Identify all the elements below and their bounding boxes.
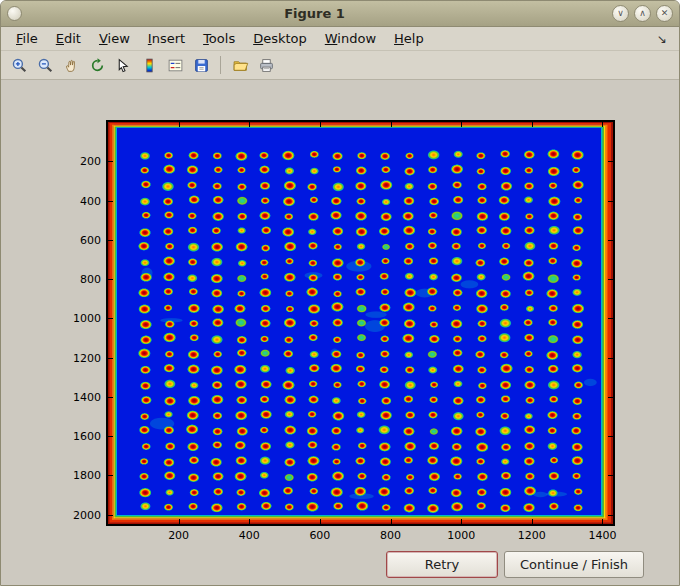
pan-button[interactable] — [59, 54, 83, 77]
maximize-button[interactable]: ∧ — [634, 5, 651, 22]
menu-help[interactable]: Help — [385, 28, 433, 49]
dock-figure-icon[interactable]: ↘ — [651, 32, 673, 46]
menu-view[interactable]: View — [90, 28, 139, 49]
zoom-out-button[interactable] — [33, 54, 57, 77]
data-cursor-icon — [115, 57, 132, 74]
y-tick-label: 400 — [80, 195, 101, 208]
open-icon — [232, 57, 249, 74]
close-button[interactable]: ✕ — [656, 5, 673, 22]
menu-edit[interactable]: Edit — [47, 28, 90, 49]
toolbar-separator — [220, 56, 221, 74]
figure-window: Figure 1 ∨∧✕ FileEditViewInsertToolsDesk… — [0, 0, 680, 586]
colorbar-icon — [141, 57, 158, 74]
window-menu-button[interactable] — [7, 6, 22, 21]
zoom-in-icon — [11, 57, 28, 74]
y-tick-label: 1200 — [73, 352, 101, 365]
menubar: FileEditViewInsertToolsDesktopWindowHelp… — [1, 27, 679, 51]
menu-window[interactable]: Window — [316, 28, 385, 49]
menu-file[interactable]: File — [7, 28, 47, 49]
menu-tools[interactable]: Tools — [194, 28, 244, 49]
menubar-items: FileEditViewInsertToolsDesktopWindowHelp — [7, 28, 433, 49]
menu-insert[interactable]: Insert — [139, 28, 194, 49]
x-tick-label: 600 — [300, 529, 340, 542]
rotate-3d-button[interactable] — [85, 54, 109, 77]
x-tick-label: 200 — [159, 529, 199, 542]
continue-finish-button[interactable]: Continue / Finish — [504, 551, 644, 578]
x-tick-label: 1200 — [512, 529, 552, 542]
y-tick-label: 600 — [80, 234, 101, 247]
open-button[interactable] — [228, 54, 252, 77]
insert-legend-icon — [167, 57, 184, 74]
y-tick-label: 800 — [80, 273, 101, 286]
menu-desktop[interactable]: Desktop — [244, 28, 316, 49]
y-tick-label: 1800 — [73, 469, 101, 482]
x-tick-label: 400 — [229, 529, 269, 542]
x-tick-label: 1000 — [441, 529, 481, 542]
window-title: Figure 1 — [22, 6, 607, 21]
titlebar-controls: ∨∧✕ — [607, 5, 673, 22]
axes — [106, 120, 615, 526]
y-axis-tick-labels: 200400600800100012001400160018002000 — [61, 122, 101, 524]
save-button[interactable] — [189, 54, 213, 77]
minimize-button[interactable]: ∨ — [612, 5, 629, 22]
insert-legend-button[interactable] — [163, 54, 187, 77]
x-tick-label: 1400 — [582, 529, 622, 542]
y-tick-label: 200 — [80, 155, 101, 168]
zoom-out-icon — [37, 57, 54, 74]
pan-icon — [63, 57, 80, 74]
rotate-3d-icon — [89, 57, 106, 74]
y-tick-label: 1400 — [73, 391, 101, 404]
y-tick-label: 1000 — [73, 312, 101, 325]
toolbar — [1, 51, 679, 80]
titlebar[interactable]: Figure 1 ∨∧✕ — [1, 1, 679, 27]
x-tick-label: 800 — [371, 529, 411, 542]
zoom-in-button[interactable] — [7, 54, 31, 77]
y-tick-label: 2000 — [73, 509, 101, 522]
data-cursor-button[interactable] — [111, 54, 135, 77]
print-button[interactable] — [254, 54, 278, 77]
colorbar-button[interactable] — [137, 54, 161, 77]
print-icon — [258, 57, 275, 74]
figure-image — [108, 122, 613, 524]
y-tick-label: 1600 — [73, 430, 101, 443]
x-axis-tick-labels: 200400600800100012001400 — [108, 529, 613, 545]
save-icon — [193, 57, 210, 74]
retry-button[interactable]: Retry — [386, 551, 498, 578]
